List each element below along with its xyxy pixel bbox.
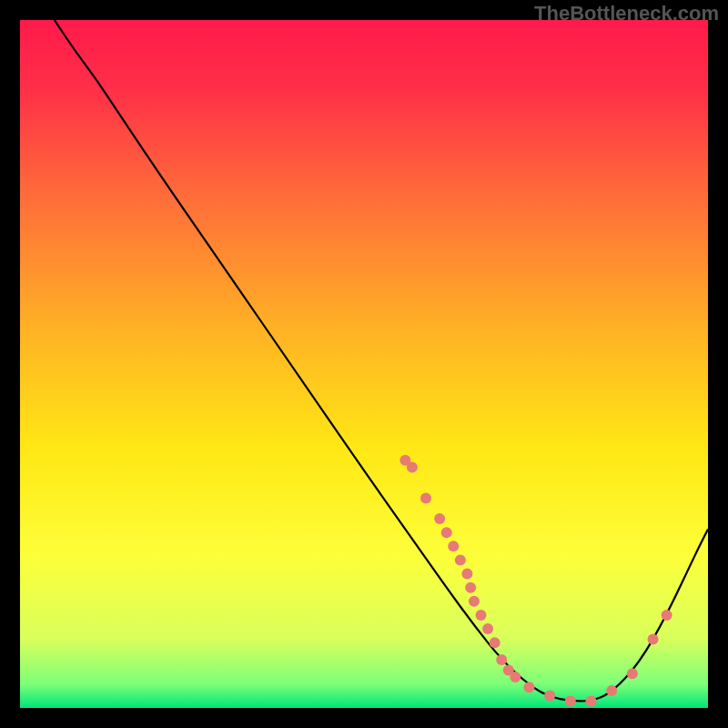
data-point [496, 654, 507, 665]
data-point [461, 569, 472, 580]
data-point [469, 596, 480, 607]
data-point [648, 633, 659, 644]
data-point [662, 610, 672, 621]
data-point [476, 610, 487, 621]
bottleneck-chart [20, 20, 708, 708]
data-point [455, 554, 466, 565]
data-point [434, 513, 445, 524]
data-point [490, 637, 500, 648]
data-point [465, 582, 476, 593]
data-point [441, 527, 452, 538]
chart-container: TheBottleneck.com [0, 0, 728, 728]
data-point [448, 541, 459, 551]
data-point [407, 461, 418, 472]
data-point [565, 695, 576, 706]
data-point [523, 682, 534, 693]
data-point [420, 492, 431, 503]
data-point [627, 668, 638, 679]
data-point [606, 685, 617, 696]
data-point [482, 623, 493, 634]
data-point [544, 690, 555, 701]
watermark-text: TheBottleneck.com [534, 2, 719, 25]
data-point [510, 672, 521, 682]
data-point [585, 695, 596, 706]
plot-background [20, 20, 708, 708]
